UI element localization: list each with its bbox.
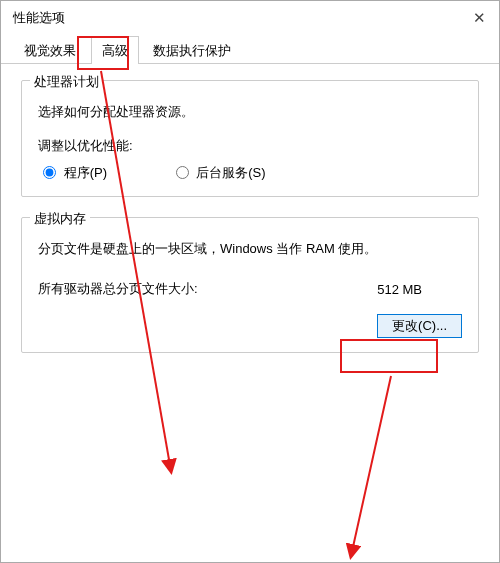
radio-background[interactable]: 后台服务(S) (171, 163, 266, 182)
processor-adjust-label: 调整以优化性能: (38, 137, 462, 155)
vmem-total-value: 512 MB (377, 282, 422, 297)
dialog-title: 性能选项 (13, 10, 65, 25)
processor-desc: 选择如何分配处理器资源。 (38, 103, 462, 121)
radio-background-input[interactable] (176, 166, 189, 179)
tab-strip: 视觉效果 高级 数据执行保护 (1, 35, 499, 64)
processor-legend: 处理器计划 (30, 73, 103, 91)
vmem-total-label: 所有驱动器总分页文件大小: (38, 280, 198, 298)
virtual-memory-group: 虚拟内存 分页文件是硬盘上的一块区域，Windows 当作 RAM 使用。 所有… (21, 217, 479, 353)
tab-visual-effects[interactable]: 视觉效果 (13, 36, 87, 64)
tab-dep[interactable]: 数据执行保护 (142, 36, 242, 64)
tab-advanced[interactable]: 高级 (91, 36, 139, 64)
vmem-legend: 虚拟内存 (30, 210, 90, 228)
close-button[interactable]: ✕ (459, 1, 499, 35)
radio-programs-label: 程序(P) (64, 165, 107, 180)
radio-background-label: 后台服务(S) (196, 165, 265, 180)
radio-programs[interactable]: 程序(P) (38, 163, 107, 182)
radio-programs-input[interactable] (43, 166, 56, 179)
svg-line-1 (351, 376, 391, 556)
change-button[interactable]: 更改(C)... (377, 314, 462, 338)
processor-scheduling-group: 处理器计划 选择如何分配处理器资源。 调整以优化性能: 程序(P) 后台服务(S… (21, 80, 479, 197)
vmem-desc: 分页文件是硬盘上的一块区域，Windows 当作 RAM 使用。 (38, 240, 462, 258)
